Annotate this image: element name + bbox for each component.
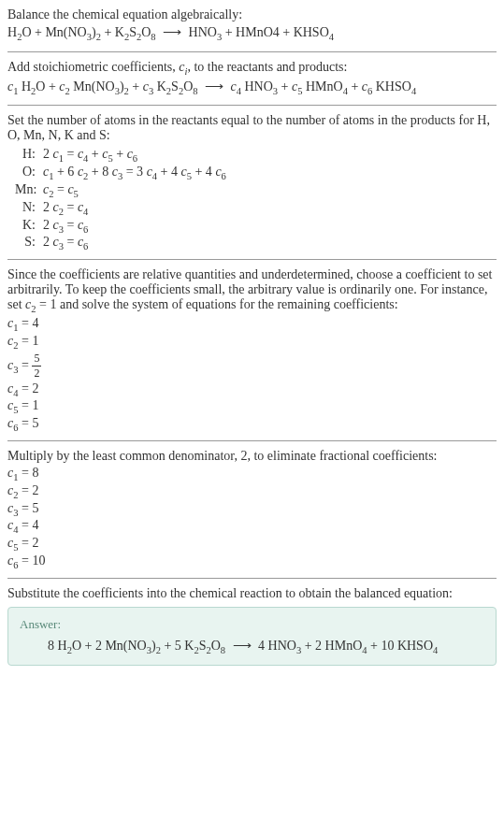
coef-list: c1 = 8 c2 = 2 c3 = 5 c4 = 4 c5 = 2 c6 = … [7,466,497,570]
coef-row: c4 = 2 [7,381,497,398]
atom-label: S: [15,235,43,250]
coef-row: c1 = 8 [7,466,497,482]
final-intro: Substitute the coefficients into the che… [7,586,497,601]
atoms-intro: Set the number of atoms in the reactants… [7,113,497,143]
coef-val: 5 [32,416,38,430]
answer-box: Answer: 8 H2O + 2 Mn(NO3)2 + 5 K2S2O8 ⟶ … [7,607,497,666]
atom-label: O: [15,165,43,180]
atom-row: H: 2 c1 = c4 + c5 + c6 [15,147,497,164]
divider [7,578,497,579]
solve2-section: Multiply by the least common denominator… [7,449,497,570]
atom-eq: 2 c1 = c4 + c5 + c6 [43,147,137,164]
coef-val: 10 [32,554,45,568]
coef-row: c3 = 5 [7,501,497,518]
atom-equations: H: 2 c1 = c4 + c5 + c6 O: c1 + 6 c2 + 8 … [15,147,497,252]
frac-num: 5 [32,352,41,367]
atom-label: Mn: [15,182,43,197]
divider [7,440,497,441]
fraction: 52 [32,352,41,381]
coef-val: 4 [32,518,38,532]
atoms-section: Set the number of atoms in the reactants… [7,113,497,252]
coef-val: 2 [32,483,38,497]
coef-row: c5 = 2 [7,536,497,553]
coef-row: c6 = 10 [7,554,497,570]
stoich-text: Add stoichiometric coefficients, ci, to … [7,60,497,77]
coef-list: c1 = 4 c2 = 1 c3 = 52 c4 = 2 c5 = 1 c6 =… [7,316,497,433]
coef-val: 5 [32,501,38,515]
intro-equation: H2O + Mn(NO3)2 + K2S2O8 ⟶ HNO3 + HMnO4 +… [7,24,497,42]
atom-eq: 2 c3 = c6 [43,218,88,235]
atom-row: K: 2 c3 = c6 [15,218,497,235]
divider [7,51,497,52]
atom-eq: c2 = c5 [43,182,79,199]
atom-label: H: [15,147,43,162]
divider [7,105,497,106]
coef-row: c3 = 52 [7,352,497,381]
atom-row: Mn: c2 = c5 [15,182,497,199]
frac-den: 2 [32,367,41,381]
atom-row: O: c1 + 6 c2 + 8 c3 = 3 c4 + 4 c5 + 4 c6 [15,165,497,181]
coef-val: 8 [32,466,38,480]
atom-eq: 2 c3 = c6 [43,235,88,252]
coef-val: 2 [32,381,38,395]
divider [7,259,497,260]
coef-val: 4 [32,316,38,330]
intro-section: Balance the chemical equation algebraica… [7,7,497,42]
coef-val: 2 [32,536,38,550]
coef-row: c2 = 1 [7,334,497,351]
coef-row: c5 = 1 [7,398,497,415]
stoich-section: Add stoichiometric coefficients, ci, to … [7,60,497,96]
atom-eq: 2 c2 = c4 [43,200,88,217]
coef-row: c1 = 4 [7,316,497,333]
stoich-equation: c1 H2O + c2 Mn(NO3)2 + c3 K2S2O8 ⟶ c4 HN… [7,79,497,96]
answer-label: Answer: [20,617,484,632]
atom-label: K: [15,218,43,233]
final-section: Substitute the coefficients into the che… [7,586,497,666]
atom-row: S: 2 c3 = c6 [15,235,497,252]
atom-label: N: [15,200,43,215]
intro-text: Balance the chemical equation algebraica… [7,7,497,22]
coef-val: 1 [32,334,38,348]
coef-row: c2 = 2 [7,483,497,500]
solve1-intro: Since the coefficients are relative quan… [7,267,497,314]
answer-equation: 8 H2O + 2 Mn(NO3)2 + 5 K2S2O8 ⟶ 4 HNO3 +… [20,638,484,655]
atom-eq: c1 + 6 c2 + 8 c3 = 3 c4 + 4 c5 + 4 c6 [43,165,226,181]
coef-row: c6 = 5 [7,416,497,433]
coef-val: 1 [32,398,38,412]
solve1-section: Since the coefficients are relative quan… [7,267,497,433]
atom-row: N: 2 c2 = c4 [15,200,497,217]
solve2-intro: Multiply by the least common denominator… [7,449,497,464]
coef-row: c4 = 4 [7,518,497,535]
